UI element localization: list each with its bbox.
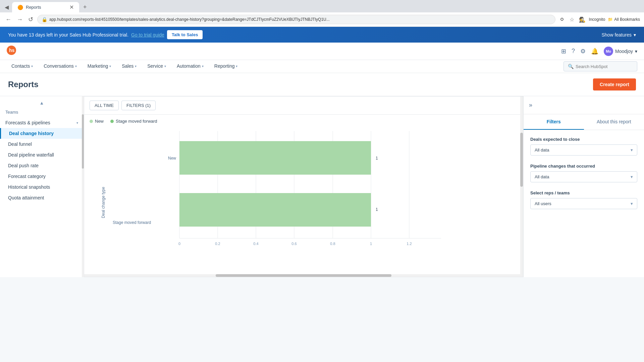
trial-message-text: You have 13 days left in your Sales Hub … bbox=[8, 32, 128, 38]
show-features-btn[interactable]: Show features ▾ bbox=[602, 32, 636, 38]
tab-close-btn[interactable]: ✕ bbox=[69, 4, 74, 10]
hubspot-logo[interactable]: hs bbox=[7, 46, 16, 57]
sidebar-item-forecasts[interactable]: Forecasts & pipelines ▾ bbox=[0, 117, 84, 128]
chart-toolbar: ALL TIME FILTERS (1) bbox=[84, 97, 523, 115]
expand-panel-icon[interactable]: » bbox=[529, 102, 532, 109]
notifications-btn[interactable]: 🔔 bbox=[591, 48, 598, 55]
chart-area: Deal change type New 1 Stage mo bbox=[84, 128, 523, 277]
sidebar-item-historical-snapshots[interactable]: Historical snapshots bbox=[0, 182, 84, 192]
panel-toggle[interactable]: » bbox=[524, 96, 644, 114]
x-tick-04: 0.4 bbox=[253, 242, 258, 246]
user-menu-chevron-icon: ▾ bbox=[635, 49, 637, 54]
header-actions: ⊞ ? ⚙ 🔔 Mo Moodjoy ▾ bbox=[561, 47, 637, 56]
chart-scrollbar-h[interactable] bbox=[84, 274, 523, 277]
reporting-chevron-icon: ▾ bbox=[236, 64, 237, 68]
browser-chrome: ◀ 🟠 Reports ✕ + ← → ↺ 🔒 app.hubspot.com/… bbox=[0, 0, 644, 27]
bar-new-value: 1 bbox=[376, 156, 378, 161]
automation-chevron-icon: ▾ bbox=[202, 64, 204, 68]
tab-about-report[interactable]: About this report bbox=[584, 114, 644, 130]
help-btn[interactable]: ? bbox=[572, 48, 575, 55]
filter-pipeline-changes-value: All data bbox=[535, 174, 549, 179]
incognito-btn[interactable]: 🕵 bbox=[578, 15, 587, 24]
search-input[interactable] bbox=[576, 64, 633, 69]
sidebar-item-deal-pipeline-waterfall[interactable]: Deal pipeline waterfall bbox=[0, 149, 84, 160]
user-menu[interactable]: Mo Moodjoy ▾ bbox=[604, 47, 637, 56]
bar-chart-svg: New 1 Stage moved forward 1 0 0.2 0.4 0.… bbox=[111, 131, 516, 252]
trial-guide-link[interactable]: Go to trial guide bbox=[131, 32, 164, 38]
x-tick-12: 1.2 bbox=[407, 242, 412, 246]
sidebar-item-deal-change-history[interactable]: Deal change history bbox=[0, 128, 84, 139]
search-icon: 🔍 bbox=[568, 64, 574, 69]
trial-banner: You have 13 days left in your Sales Hub … bbox=[0, 27, 644, 43]
filters-btn[interactable]: FILTERS (1) bbox=[121, 101, 156, 110]
panel-tabs: Filters About this report bbox=[524, 114, 644, 130]
filter-reps-teams-chevron-icon: ▾ bbox=[631, 201, 633, 206]
extensions-btn[interactable]: ⭘ bbox=[558, 15, 566, 24]
bar-stage-moved[interactable] bbox=[179, 193, 371, 227]
browser-back-tab-btn[interactable]: ◀ bbox=[3, 3, 11, 11]
show-features-chevron-icon: ▾ bbox=[634, 32, 636, 38]
filter-reps-teams-select[interactable]: All users ▾ bbox=[530, 198, 637, 209]
chart-legend: New Stage moved forward bbox=[84, 115, 523, 128]
browser-actions: ⭘ ☆ 🕵 Incognito bbox=[558, 15, 605, 24]
user-name: Moodjoy bbox=[615, 49, 633, 54]
nav-marketing[interactable]: Marketing ▾ bbox=[83, 60, 116, 73]
marketing-chevron-icon: ▾ bbox=[109, 64, 111, 68]
app-header: hs ⊞ ? ⚙ 🔔 Mo Moodjoy ▾ bbox=[0, 43, 644, 60]
trial-banner-message: You have 13 days left in your Sales Hub … bbox=[8, 30, 203, 39]
service-chevron-icon: ▾ bbox=[164, 64, 166, 68]
bookmarks-folder-icon: 📁 bbox=[608, 17, 613, 22]
nav-contacts[interactable]: Contacts ▾ bbox=[7, 60, 38, 73]
browser-nav-bar: ← → ↺ 🔒 app.hubspot.com/reports-list/451… bbox=[0, 12, 644, 27]
sidebar-item-forecast-category[interactable]: Forecast category bbox=[0, 171, 84, 182]
talk-to-sales-btn[interactable]: Talk to Sales bbox=[167, 30, 203, 39]
user-avatar: Mo bbox=[604, 47, 613, 56]
chart-scrollbar-v[interactable] bbox=[520, 97, 523, 277]
bar-new[interactable] bbox=[179, 141, 371, 175]
all-time-btn[interactable]: ALL TIME bbox=[90, 101, 119, 110]
legend-new-dot bbox=[90, 120, 93, 123]
bookmarks-label: All Bookmarks bbox=[614, 17, 640, 22]
filter-reps-teams-label: Select reps / teams bbox=[530, 190, 637, 195]
filter-deals-expected-chevron-icon: ▾ bbox=[631, 147, 633, 153]
nav-reporting[interactable]: Reporting ▾ bbox=[210, 60, 243, 73]
new-tab-btn[interactable]: + bbox=[80, 2, 90, 12]
filter-reps-teams: Select reps / teams All users ▾ bbox=[530, 190, 637, 209]
bookmark-btn[interactable]: ☆ bbox=[568, 15, 576, 24]
bar-stage-moved-value: 1 bbox=[376, 207, 378, 212]
sidebar-item-deal-funnel[interactable]: Deal funnel bbox=[0, 139, 84, 149]
settings-btn[interactable]: ⚙ bbox=[580, 48, 586, 55]
address-bar[interactable]: 🔒 app.hubspot.com/reports-list/45105500/… bbox=[37, 15, 555, 24]
marketplace-btn[interactable]: ⊞ bbox=[561, 48, 566, 55]
browser-bookmarks: 📁 All Bookmarks bbox=[608, 17, 640, 22]
legend-stage-moved-forward: Stage moved forward bbox=[110, 119, 157, 124]
filter-pipeline-changes-chevron-icon: ▾ bbox=[631, 174, 633, 179]
nav-service[interactable]: Service ▾ bbox=[143, 60, 171, 73]
y-axis-label: Deal change type bbox=[101, 187, 106, 218]
sidebar-scroll-up-btn[interactable]: ▲ bbox=[40, 100, 44, 106]
forward-btn[interactable]: → bbox=[15, 15, 24, 24]
sidebar: ▲ Teams Forecasts & pipelines ▾ Deal cha… bbox=[0, 96, 84, 277]
refresh-btn[interactable]: ↺ bbox=[27, 14, 35, 24]
filter-pipeline-changes-select[interactable]: All data ▾ bbox=[530, 171, 637, 182]
filter-deals-expected-label: Deals expected to close bbox=[530, 137, 637, 142]
filter-reps-teams-value: All users bbox=[535, 201, 551, 206]
page-header: Reports Create report bbox=[0, 73, 644, 96]
nav-search[interactable]: 🔍 bbox=[564, 61, 637, 71]
page-title: Reports bbox=[8, 80, 39, 89]
tab-filters[interactable]: Filters bbox=[524, 114, 584, 130]
sidebar-item-deal-change-history-label: Deal change history bbox=[9, 131, 54, 136]
sidebar-item-quota-attainment[interactable]: Quota attainment bbox=[0, 192, 84, 203]
sidebar-item-deal-push-rate[interactable]: Deal push rate bbox=[0, 160, 84, 171]
create-report-btn[interactable]: Create report bbox=[593, 78, 636, 90]
nav-conversations[interactable]: Conversations ▾ bbox=[39, 60, 82, 73]
nav-automation[interactable]: Automation ▾ bbox=[172, 60, 208, 73]
sidebar-teams-section[interactable]: Teams bbox=[0, 107, 84, 117]
browser-tab[interactable]: 🟠 Reports ✕ bbox=[12, 2, 79, 12]
back-btn[interactable]: ← bbox=[4, 15, 13, 24]
x-tick-08: 0.8 bbox=[330, 242, 335, 246]
nav-sales[interactable]: Sales ▾ bbox=[117, 60, 141, 73]
tab-title: Reports bbox=[26, 5, 41, 10]
x-tick-0: 0 bbox=[178, 242, 180, 246]
filter-deals-expected-select[interactable]: All data ▾ bbox=[530, 144, 637, 156]
